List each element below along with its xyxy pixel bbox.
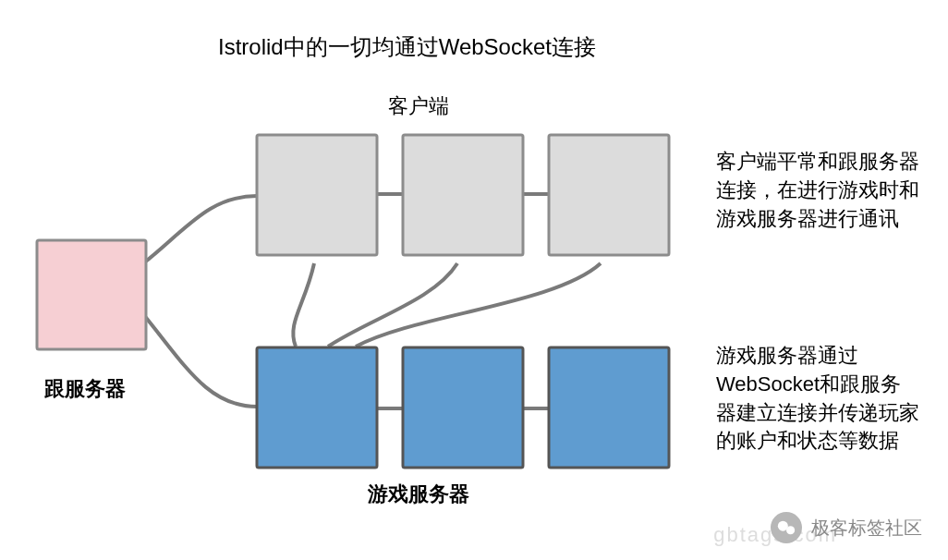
client-description: 客户端平常和跟服务器连接，在进行游戏时和游戏服务器进行通讯 [716, 148, 919, 233]
edge-client1-game1 [293, 263, 314, 347]
root-server-node [37, 240, 146, 349]
client-row-label: 客户端 [388, 92, 449, 121]
client-node-3 [549, 135, 669, 255]
edge-root-client1 [143, 196, 257, 263]
client-nodes [257, 135, 669, 255]
game-node-2 [403, 347, 523, 468]
connectors [143, 196, 601, 407]
root-server-label: 跟服务器 [44, 375, 126, 404]
watermark-text: 极客标签社区 [811, 516, 922, 541]
game-server-label: 游戏服务器 [368, 481, 469, 509]
wechat-icon [771, 512, 802, 543]
game-node-3 [549, 347, 669, 468]
game-node-1 [257, 347, 377, 468]
edge-root-game1 [143, 314, 257, 407]
edge-client3-game1 [356, 263, 601, 347]
client-node-2 [403, 135, 523, 255]
watermark: 极客标签社区 [771, 512, 922, 543]
edge-client2-game1 [328, 263, 457, 347]
diagram-title: Istrolid中的一切均通过WebSocket连接 [218, 31, 596, 63]
game-server-description: 游戏服务器通过WebSocket和跟服务器建立连接并传递玩家的账户和状态等数据 [716, 342, 919, 456]
game-server-nodes [257, 347, 669, 468]
client-node-1 [257, 135, 377, 255]
svg-point-1 [786, 526, 795, 534]
diagram-canvas [0, 0, 948, 560]
